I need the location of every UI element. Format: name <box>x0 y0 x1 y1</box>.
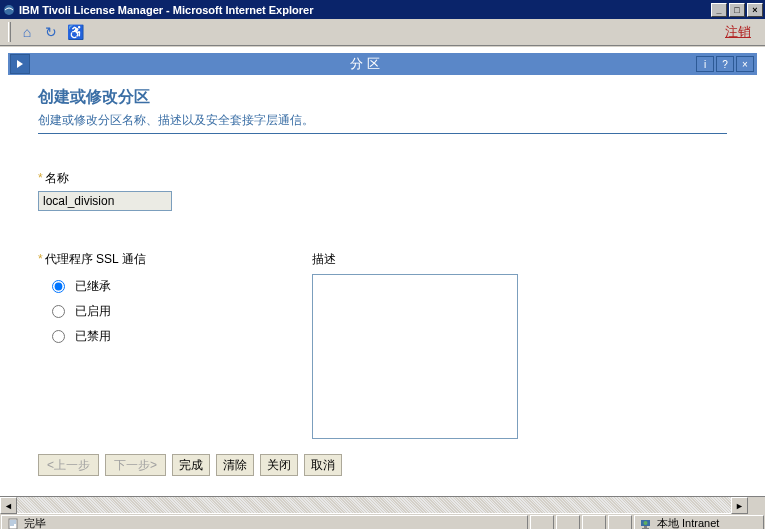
status-text: 完毕 <box>24 516 46 529</box>
scroll-corner <box>748 497 765 514</box>
radio-enabled-label: 已启用 <box>75 303 111 320</box>
close-window-button[interactable]: × <box>747 3 763 17</box>
content-viewport: 分 区 i ? × 创建或修改分区 创建或修改分区名称、描述以及安全套接字层通信… <box>0 46 765 496</box>
page-title: 创建或修改分区 <box>38 87 727 108</box>
horizontal-scrollbar[interactable]: ◄ ► <box>0 496 765 513</box>
scroll-right-button[interactable]: ► <box>731 497 748 514</box>
radio-disabled-label: 已禁用 <box>75 328 111 345</box>
radio-inherit-input[interactable] <box>52 280 65 293</box>
section-title: 分 区 <box>34 55 696 73</box>
status-zone-text: 本地 Intranet <box>657 516 719 529</box>
toolbar-grip <box>8 22 11 42</box>
ie-icon <box>2 3 16 17</box>
svg-rect-3 <box>644 526 647 528</box>
radio-disabled-input[interactable] <box>52 330 65 343</box>
scroll-track[interactable] <box>17 497 731 513</box>
section-toggle-button[interactable] <box>10 54 30 74</box>
page-subtitle: 创建或修改分区名称、描述以及安全套接字层通信。 <box>38 112 727 134</box>
description-label: 描述 <box>312 251 727 268</box>
svg-rect-1 <box>9 519 17 529</box>
status-spacer-1 <box>530 515 554 530</box>
status-spacer-2 <box>556 515 580 530</box>
svg-rect-4 <box>642 528 649 529</box>
status-bar: 完毕 本地 Intranet <box>0 513 765 529</box>
section-header: 分 区 i ? × <box>8 53 757 75</box>
radio-disabled[interactable]: 已禁用 <box>38 328 288 345</box>
radio-inherit[interactable]: 已继承 <box>38 278 288 295</box>
status-spacer-3 <box>582 515 606 530</box>
window-title: IBM Tivoli License Manager - Microsoft I… <box>19 4 711 16</box>
logout-link[interactable]: 注销 <box>725 23 751 41</box>
section-close-button[interactable]: × <box>736 56 754 72</box>
window-titlebar: IBM Tivoli License Manager - Microsoft I… <box>0 0 765 19</box>
next-button[interactable]: 下一步> <box>105 454 166 476</box>
description-textarea[interactable] <box>312 274 518 439</box>
home-icon[interactable]: ⌂ <box>17 22 37 42</box>
accessibility-icon[interactable]: ♿ <box>65 22 85 42</box>
minimize-button[interactable]: _ <box>711 3 727 17</box>
status-main: 完毕 <box>1 515 528 530</box>
name-input[interactable] <box>38 191 172 211</box>
ssl-label: 代理程序 SSL 通信 <box>38 252 146 266</box>
form-content: 创建或修改分区 创建或修改分区名称、描述以及安全套接字层通信。 名称 代理程序 … <box>2 75 763 488</box>
radio-inherit-label: 已继承 <box>75 278 111 295</box>
close-button[interactable]: 关闭 <box>260 454 298 476</box>
status-zone: 本地 Intranet <box>634 515 764 530</box>
prev-button[interactable]: <上一步 <box>38 454 99 476</box>
intranet-icon <box>639 517 653 530</box>
svg-point-5 <box>644 521 648 525</box>
radio-enabled-input[interactable] <box>52 305 65 318</box>
button-row: <上一步 下一步> 完成 清除 关闭 取消 <box>38 454 727 476</box>
radio-enabled[interactable]: 已启用 <box>38 303 288 320</box>
toolbar: ⌂ ↻ ♿ 注销 <box>0 19 765 46</box>
ssl-radio-group: 已继承 已启用 已禁用 <box>38 278 288 345</box>
section-help-button[interactable]: ? <box>716 56 734 72</box>
clear-button[interactable]: 清除 <box>216 454 254 476</box>
name-label: 名称 <box>38 171 69 185</box>
refresh-icon[interactable]: ↻ <box>41 22 61 42</box>
maximize-button[interactable]: □ <box>729 3 745 17</box>
cancel-button[interactable]: 取消 <box>304 454 342 476</box>
document-icon <box>6 517 20 530</box>
section-info-button[interactable]: i <box>696 56 714 72</box>
status-spacer-4 <box>608 515 632 530</box>
finish-button[interactable]: 完成 <box>172 454 210 476</box>
scroll-left-button[interactable]: ◄ <box>0 497 17 514</box>
